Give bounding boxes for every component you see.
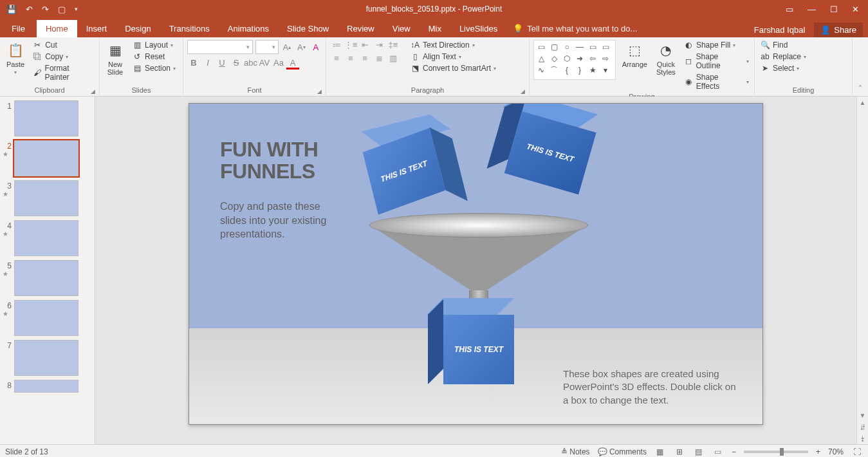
launcher-icon[interactable]: ◢ <box>521 88 525 95</box>
thumbnail-3[interactable]: 3★ <box>3 180 92 216</box>
tab-review[interactable]: Review <box>338 20 383 37</box>
layout-button[interactable]: ▥Layout▾ <box>131 40 177 50</box>
scroll-down-icon[interactable]: ▼ <box>857 409 868 421</box>
bold-button[interactable]: B <box>187 58 200 70</box>
tell-me-search[interactable]: 💡 Tell me what you want to do... <box>506 20 643 37</box>
numbering-button[interactable]: ⋮≡ <box>344 40 357 50</box>
launcher-icon[interactable]: ◢ <box>91 88 95 95</box>
tab-design[interactable]: Design <box>116 20 160 37</box>
user-name[interactable]: Farshad Iqbal <box>754 25 806 35</box>
thumbnail-1[interactable]: 1 <box>3 100 92 136</box>
redo-icon[interactable]: ↷ <box>42 5 49 14</box>
slide-thumbnail-panel[interactable]: 1 2★ 3★ 4★ 5★ 6★ 7 8 <box>0 97 95 444</box>
font-color-button[interactable]: A <box>286 58 299 70</box>
share-button[interactable]: 👤 Share <box>814 23 863 37</box>
indent-button[interactable]: ⇥ <box>373 40 385 50</box>
text-direction-button[interactable]: ↕AText Direction▾ <box>409 40 497 50</box>
align-text-button[interactable]: ▯Align Text▾ <box>409 51 497 62</box>
start-from-beginning-icon[interactable]: ▢ <box>58 5 66 14</box>
tab-transitions[interactable]: Transitions <box>160 20 219 37</box>
font-size-combo[interactable]: ▾ <box>255 40 278 54</box>
zoom-slider[interactable] <box>744 451 808 453</box>
tab-slideshow[interactable]: Slide Show <box>278 20 338 37</box>
tab-insert[interactable]: Insert <box>77 20 116 37</box>
shape-outline-button[interactable]: ◻Shape Outline▾ <box>682 51 750 71</box>
scroll-up-icon[interactable]: ▲ <box>857 97 868 108</box>
cube-shape-2[interactable]: THIS IS TEXT <box>503 111 590 199</box>
bullets-button[interactable]: ≔ <box>330 40 343 50</box>
tab-liveslides[interactable]: LiveSlides <box>450 20 506 37</box>
slideshow-view-button[interactable]: ▭ <box>712 447 724 457</box>
find-button[interactable]: 🔍Find <box>759 40 808 50</box>
prev-slide-icon[interactable]: ⭿ <box>857 421 868 433</box>
slide-title[interactable]: FUN WITH FUNNELS <box>220 139 318 182</box>
sorter-view-button[interactable]: ⊞ <box>674 447 685 457</box>
thumbnail-7[interactable]: 7 <box>3 340 92 376</box>
slide-editor[interactable]: FUN WITH FUNNELS Copy and paste these sl… <box>95 97 856 444</box>
case-button[interactable]: Aa <box>272 58 285 70</box>
underline-button[interactable]: U <box>216 58 228 70</box>
font-name-combo[interactable]: ▾ <box>187 40 253 54</box>
align-left-button[interactable]: ≡ <box>330 53 343 63</box>
minimize-icon[interactable]: — <box>808 5 816 14</box>
tab-view[interactable]: View <box>383 20 420 37</box>
line-spacing-button[interactable]: ‡≡ <box>387 40 400 50</box>
tab-home[interactable]: Home <box>37 20 77 37</box>
thumbnail-2[interactable]: 2★ <box>3 140 92 176</box>
fit-to-window-button[interactable]: ⛶ <box>851 447 863 457</box>
italic-button[interactable]: I <box>201 58 214 70</box>
cut-button[interactable]: ✂Cut <box>31 40 95 50</box>
spacing-button[interactable]: AV <box>258 58 271 70</box>
thumbnail-6[interactable]: 6★ <box>3 300 92 336</box>
slide-canvas[interactable]: FUN WITH FUNNELS Copy and paste these sl… <box>189 103 763 425</box>
reading-view-button[interactable]: ▤ <box>693 447 705 457</box>
align-center-button[interactable]: ≡ <box>344 53 357 63</box>
cube-shape-3[interactable]: THIS IS TEXT <box>443 315 514 386</box>
align-right-button[interactable]: ≡ <box>358 53 371 63</box>
vertical-scrollbar[interactable]: ▲ ▼ ⭿ ⭽ <box>856 97 868 444</box>
normal-view-button[interactable]: ▦ <box>654 447 666 457</box>
grow-font-button[interactable]: A▴ <box>281 40 293 54</box>
paste-button[interactable]: 📋 Paste ▾ <box>4 40 27 85</box>
qat-customize-icon[interactable]: ▾ <box>75 6 78 12</box>
notes-button[interactable]: ≜ Notes <box>561 447 590 456</box>
tab-mix[interactable]: Mix <box>420 20 450 37</box>
close-icon[interactable]: ✕ <box>852 5 859 14</box>
format-painter-button[interactable]: 🖌Format Painter <box>31 63 95 82</box>
cube-shape-1[interactable]: THIS IS TEXT <box>362 131 447 217</box>
columns-button[interactable]: ▥ <box>387 53 400 63</box>
zoom-out-button[interactable]: − <box>732 447 736 456</box>
tab-animations[interactable]: Animations <box>219 20 278 37</box>
outdent-button[interactable]: ⇤ <box>358 40 371 50</box>
save-icon[interactable]: 💾 <box>6 5 17 14</box>
maximize-icon[interactable]: ☐ <box>830 5 838 14</box>
ribbon-display-icon[interactable]: ▭ <box>786 5 793 14</box>
justify-button[interactable]: ≣ <box>373 53 385 63</box>
select-button[interactable]: ➤Select▾ <box>759 63 808 73</box>
shape-effects-button[interactable]: ◉Shape Effects▾ <box>682 72 750 91</box>
shadow-button[interactable]: abc <box>244 58 257 70</box>
launcher-icon[interactable]: ◢ <box>317 88 322 95</box>
thumbnail-5[interactable]: 5★ <box>3 260 92 296</box>
collapse-ribbon-icon[interactable]: ˄ <box>853 37 868 96</box>
quick-styles-button[interactable]: ◔ Quick Styles <box>654 40 678 91</box>
replace-button[interactable]: abReplace▾ <box>759 51 808 62</box>
shape-fill-button[interactable]: ◐Shape Fill▾ <box>682 40 750 50</box>
copy-button[interactable]: ⿻Copy▾ <box>31 51 95 62</box>
tab-file[interactable]: File <box>0 20 37 37</box>
clear-format-button[interactable]: A <box>310 40 322 54</box>
convert-smartart-button[interactable]: ⬔Convert to SmartArt▾ <box>409 63 497 73</box>
thumbnail-8[interactable]: 8 <box>3 380 92 393</box>
arrange-button[interactable]: ⬚ Arrange <box>620 40 650 91</box>
slide-footer-note[interactable]: These box shapes are created using Power… <box>563 368 743 407</box>
shapes-gallery[interactable]: ▭▢○—▭▭ △◇⬡➜⇦⇨ ∿⌒{}★▾ <box>533 40 616 80</box>
zoom-in-button[interactable]: + <box>816 447 820 456</box>
new-slide-button[interactable]: ▦ New Slide <box>104 40 127 85</box>
zoom-level[interactable]: 70% <box>828 447 844 456</box>
strike-button[interactable]: S <box>230 58 243 70</box>
undo-icon[interactable]: ↶ <box>26 5 33 14</box>
slide-counter[interactable]: Slide 2 of 13 <box>5 447 48 456</box>
section-button[interactable]: ▤Section▾ <box>131 63 177 73</box>
next-slide-icon[interactable]: ⭽ <box>857 433 868 444</box>
thumbnail-4[interactable]: 4★ <box>3 220 92 256</box>
